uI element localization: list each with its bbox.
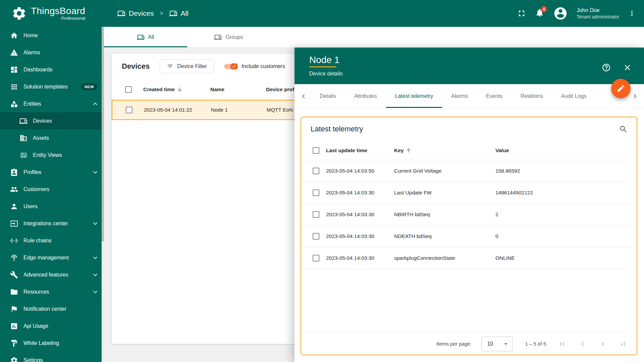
devices-icon [169, 9, 177, 17]
wifi_tethering-icon [10, 254, 18, 262]
sidebar-item-entities[interactable]: Entities [0, 95, 104, 112]
tabs-scroll-left-button[interactable] [297, 84, 311, 108]
help-icon[interactable] [602, 63, 611, 72]
kebab-menu-icon[interactable] [628, 9, 636, 17]
telemetry-key: NBIRTH bdSeq [394, 212, 495, 218]
sidebar-item-dashboards[interactable]: Dashboards [0, 61, 104, 78]
drawer-tab-events[interactable]: Events [477, 84, 512, 108]
filter-icon [167, 63, 173, 70]
sidebar-item-assets[interactable]: Assets [0, 129, 104, 146]
tab-all[interactable]: All [104, 27, 187, 47]
sidebar-item-users[interactable]: Users [0, 198, 104, 215]
sidebar-item-label: Customers [23, 186, 99, 192]
row-checkbox[interactable] [313, 255, 319, 261]
row-checkbox[interactable] [126, 107, 132, 113]
breadcrumb-all-label: All [181, 9, 189, 17]
select-all-checkbox[interactable] [125, 86, 132, 93]
chevron-down-icon [91, 168, 99, 176]
devices-icon [214, 34, 222, 41]
assignment_ind-icon [10, 168, 18, 176]
drawer-tab-label: Events [486, 93, 502, 99]
thingsboard-logo[interactable]: ThingsBoard Professional [0, 6, 104, 21]
logo-title: ThingsBoard [31, 6, 85, 16]
include-customer-toggle[interactable] [224, 64, 237, 69]
device-filter-button[interactable]: Device Filter [160, 59, 214, 73]
breadcrumb-all[interactable]: All [169, 9, 189, 17]
telemetry-row[interactable]: 2023-05-04 14:03:30NBIRTH bdSeq2 [301, 204, 637, 226]
sidebar-item-devices[interactable]: Devices [0, 112, 104, 129]
domain-icon [19, 134, 28, 142]
sidebar-item-integrations-center[interactable]: Integrations center [0, 215, 104, 232]
chevron-up-icon [91, 100, 99, 108]
row-checkbox[interactable] [313, 189, 319, 196]
telemetry-key: Current Grid Voltage [394, 168, 495, 174]
devices-title: Devices [122, 62, 150, 71]
user-name: John Doe [577, 7, 619, 14]
row-checkbox[interactable] [313, 168, 319, 174]
sidebar-item-solution-templates[interactable]: Solution templatesNEW [0, 78, 104, 95]
key-column-header[interactable]: Key [394, 147, 495, 154]
device-created-time: 2023-05-04 14:01:22 [144, 107, 211, 113]
fullscreen-icon[interactable] [517, 9, 526, 18]
telemetry-row[interactable]: 2023-05-04 14:03:30NDEATH bdSeq0 [301, 226, 637, 247]
user-info[interactable]: John Doe Tenant administrator [577, 7, 619, 20]
breadcrumb-devices-label: Devices [129, 9, 154, 17]
drawer-tab-audit-logs[interactable]: Audit Logs [552, 84, 596, 108]
sidebar-item-rule-chains[interactable]: Rule chains [0, 232, 104, 249]
top-header: ThingsBoard Professional Devices > All 4… [0, 0, 644, 27]
edit-fab-button[interactable] [611, 79, 631, 98]
telemetry-row[interactable]: 2023-05-04 14:03:30Last Update FW1486144… [301, 182, 637, 204]
sidebar-item-home[interactable]: Home [0, 27, 104, 44]
row-checkbox[interactable] [313, 233, 319, 240]
home-icon [10, 32, 18, 40]
sidebar-item-entity-views[interactable]: Entity Views [0, 146, 104, 164]
sidebar-scrollbar-thumb[interactable] [102, 27, 104, 241]
drawer-tab-details[interactable]: Details [311, 84, 345, 108]
drawer-tab-latest-telemetry[interactable]: Latest telemetry [386, 84, 442, 108]
sidebar-item-customers[interactable]: Customers [0, 181, 104, 198]
drawer-tab-attributes[interactable]: Attributes [345, 84, 386, 108]
telemetry-row[interactable]: 2023-05-04 14:03:50Current Grid Voltage1… [301, 160, 637, 182]
telemetry-value: 1486144502122 [495, 190, 630, 196]
telemetry-row[interactable]: 2023-05-04 14:03:30sparkplugConnectionSt… [301, 247, 637, 269]
search-icon[interactable] [619, 125, 628, 134]
value-column-header[interactable]: Value [495, 147, 630, 154]
sidebar-item-white-labeling[interactable]: White Labeling [0, 335, 104, 352]
sidebar-item-notification-center[interactable]: Notification center [0, 300, 104, 317]
created-time-column-header[interactable]: Created time [143, 86, 210, 93]
sidebar-item-alarms[interactable]: Alarms [0, 44, 104, 61]
next-page-icon[interactable] [598, 340, 607, 348]
items-per-page-value: 10 [487, 341, 493, 347]
drawer-title: Node 1 [309, 55, 339, 65]
sidebar-item-advanced-features[interactable]: Advanced features [0, 266, 104, 283]
sidebar-item-label: Solution templates [23, 84, 81, 90]
close-icon[interactable] [623, 63, 632, 72]
avatar[interactable] [553, 6, 568, 21]
first-page-icon[interactable] [558, 340, 567, 348]
notifications-button[interactable]: 4 [535, 8, 544, 19]
tab-label: All [148, 34, 154, 40]
last-update-time-column-header[interactable]: Last update time [326, 147, 394, 154]
drawer-tab-relations[interactable]: Relations [512, 84, 552, 108]
tab-groups[interactable]: Groups [187, 27, 270, 47]
devices-icon [137, 34, 145, 41]
drawer-tabbar: DetailsAttributesLatest telemetryAlarmsE… [294, 84, 644, 108]
items-per-page-select[interactable]: 10 [481, 337, 513, 351]
name-column-header[interactable]: Name [210, 86, 266, 93]
sidebar: HomeAlarmsDashboardsSolution templatesNE… [0, 27, 104, 362]
sidebar-item-edge-management[interactable]: Edge management [0, 249, 104, 266]
sidebar-scrollbar[interactable] [102, 27, 104, 362]
sidebar-item-resources[interactable]: Resources [0, 283, 104, 300]
select-all-checkbox[interactable] [313, 147, 319, 154]
previous-page-icon[interactable] [578, 340, 587, 348]
include-customer-toggle-group: Include customers [224, 63, 285, 69]
items-per-page-label: Items per page: [436, 341, 471, 347]
drawer-tab-alarms[interactable]: Alarms [442, 84, 477, 108]
breadcrumb-devices[interactable]: Devices [117, 9, 154, 17]
sidebar-item-api-usage[interactable]: Api Usage [0, 317, 104, 335]
row-checkbox[interactable] [313, 211, 319, 218]
sidebar-item-label: Entities [23, 101, 91, 107]
sidebar-item-settings[interactable]: Settings [0, 352, 104, 362]
last-page-icon[interactable] [619, 340, 627, 348]
sidebar-item-profiles[interactable]: Profiles [0, 164, 104, 181]
